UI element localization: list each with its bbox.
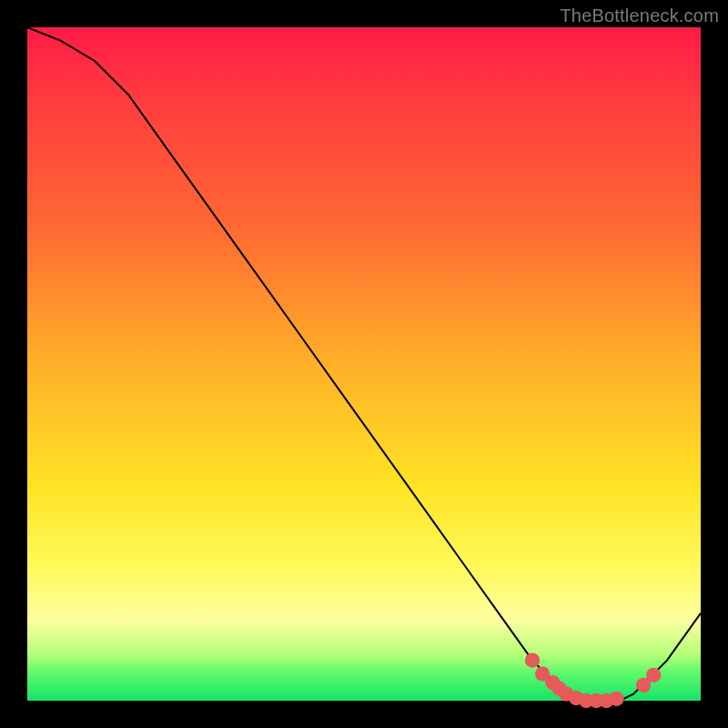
series-curve (27, 27, 701, 701)
watermark-text: TheBottleneck.com (560, 5, 719, 26)
marker-dot (609, 692, 623, 706)
plot-area (27, 27, 701, 701)
chart-stage: TheBottleneck.com (0, 0, 728, 728)
markers-group (525, 652, 661, 708)
marker-dot (525, 652, 540, 667)
chart-svg (27, 27, 701, 701)
marker-dot (646, 668, 661, 682)
